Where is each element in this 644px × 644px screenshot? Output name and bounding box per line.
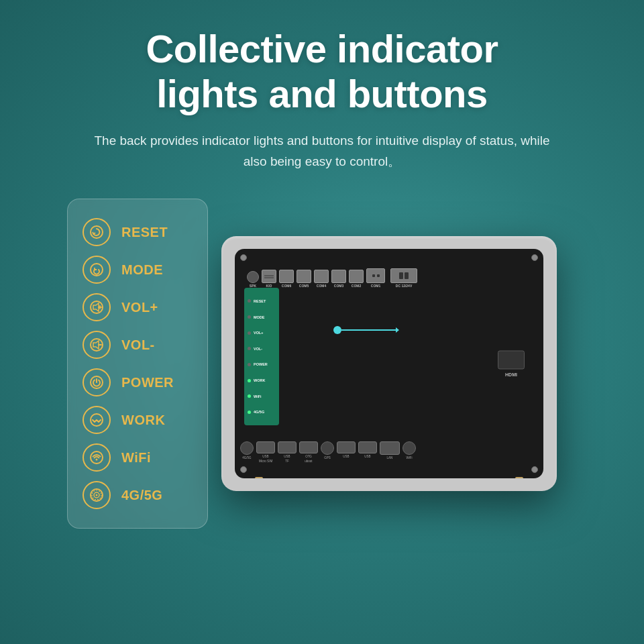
indicator-work: WORK	[83, 406, 187, 434]
com1-port: COM1	[366, 268, 385, 288]
usb1-box	[337, 441, 356, 453]
com1-pins	[372, 274, 380, 277]
indicator-vol-plus: VOL+	[83, 293, 187, 321]
bottom-4g5g: 4G/5G	[240, 441, 254, 460]
bottom-usb-tf: USB TF	[278, 441, 297, 463]
4g5g-label: 4G/5G	[121, 488, 162, 503]
hdmi-port: HDMI	[498, 351, 525, 377]
usb-tf-box	[278, 441, 297, 453]
com5-box	[297, 270, 311, 283]
panel-dot-volplus	[248, 331, 251, 335]
panel-dot-work	[248, 379, 251, 382]
page-content: Collective indicator lights and buttons …	[0, 0, 644, 529]
bottom-usb-sim: USB Micro SIM	[256, 441, 275, 463]
vol-plus-icon	[83, 293, 111, 321]
svg-point-11	[91, 451, 103, 464]
indicator-panel: RESET MODE	[67, 199, 208, 529]
panel-row-mode: MODE	[248, 315, 276, 319]
panel-text-volplus: VOL+	[254, 331, 264, 335]
indicator-4g5g: 4G/5G	[83, 481, 187, 509]
panel-row-wifi: WiFi	[248, 394, 276, 398]
4g5g-bottom-label: 4G/5G	[242, 456, 251, 460]
page-subtitle: The back provides indicator lights and b…	[87, 131, 557, 172]
otg-label: OTG	[305, 455, 312, 458]
device-shell: SPK KIO COM6	[221, 236, 557, 491]
svg-marker-7	[93, 341, 99, 349]
bottom-usb2: USB	[358, 441, 377, 458]
com4-port: COM4	[314, 270, 329, 288]
antenna-right	[515, 477, 523, 478]
indicator-reset: RESET	[83, 218, 187, 246]
panel-row-power: POWER	[248, 362, 276, 366]
svg-point-12	[96, 459, 98, 461]
bottom-wifi: WiFi	[402, 441, 416, 460]
dc-box	[390, 268, 417, 283]
bottom-gps: GPS	[321, 441, 334, 460]
dc-label: DC 12/24V	[396, 284, 412, 288]
panel-text-wifi: WiFi	[254, 394, 262, 398]
com3-box	[331, 270, 346, 283]
mode-icon	[83, 256, 111, 284]
panel-dot-wifi	[248, 394, 251, 398]
kio-pin	[264, 275, 274, 276]
title-line2: lights and buttons	[156, 72, 488, 115]
indicator-wifi: WiFi	[83, 443, 187, 472]
work-label: WORK	[121, 413, 165, 428]
usb-sim-label: USB	[262, 455, 268, 458]
wifi-bottom-circle	[402, 441, 416, 455]
com2-port: COM2	[349, 270, 364, 288]
usb-sim-box	[256, 441, 275, 453]
wifi-label: WiFi	[121, 450, 151, 466]
panel-dot-reset	[248, 299, 251, 303]
com4-box	[314, 270, 329, 283]
usb2-label: USB	[364, 455, 370, 458]
indicator-vol-minus: VOL-	[83, 331, 187, 359]
antenna-left	[255, 477, 263, 478]
com5-port: COM5	[297, 270, 311, 288]
tf-label: TF	[285, 460, 289, 463]
work-icon	[83, 406, 111, 434]
reset-icon	[83, 218, 111, 246]
reset-label: RESET	[121, 225, 168, 240]
hdmi-rect	[498, 351, 525, 370]
power-icon	[83, 368, 111, 396]
mode-label: MODE	[121, 262, 163, 278]
dc-pin1	[399, 272, 403, 279]
com3-label: COM3	[334, 284, 343, 288]
panel-row-volplus: VOL+	[248, 331, 276, 335]
vol-minus-label: VOL-	[121, 337, 155, 353]
dc-port: DC 12/24V	[390, 268, 417, 288]
screw-tl	[240, 254, 247, 261]
svg-point-16	[96, 494, 98, 496]
com1-pin1	[372, 274, 375, 277]
gps-circle	[321, 441, 334, 455]
com1-box	[366, 268, 385, 283]
title-line1: Collective indicator	[146, 27, 498, 70]
wifi-icon	[83, 443, 111, 472]
usb1-label: USB	[343, 455, 349, 458]
com2-label: COM2	[352, 284, 361, 288]
panel-row-reset: RESET	[248, 299, 276, 303]
lan-box	[380, 441, 400, 455]
panel-text-reset: RESET	[254, 299, 266, 303]
com6-port: COM6	[279, 270, 294, 288]
micro-sim-label: Micro SIM	[259, 460, 272, 463]
usb-tf-label: USB	[284, 455, 290, 458]
main-area: RESET MODE	[0, 199, 644, 529]
panel-text-4g5g: 4G/5G	[254, 410, 264, 414]
page-title: Collective indicator lights and buttons	[146, 27, 498, 116]
panel-dot-power	[248, 363, 251, 366]
button-panel: RESET MODE VOL+ VOL-	[244, 288, 279, 425]
panel-text-volminus: VOL-	[254, 347, 262, 351]
panel-text-work: WORK	[254, 378, 265, 382]
com2-box	[349, 270, 364, 283]
bottom-otg: OTG uboot	[299, 441, 318, 463]
device-area: SPK KIO COM6	[201, 216, 577, 511]
bottom-lan: LAN	[380, 441, 400, 460]
com6-label: COM6	[282, 284, 291, 288]
spk-port: SPK	[247, 271, 259, 288]
panel-dot-4g5g	[248, 411, 251, 414]
lan-label: LAN	[387, 456, 393, 460]
power-label: POWER	[121, 375, 174, 390]
vol-minus-icon	[83, 331, 111, 359]
